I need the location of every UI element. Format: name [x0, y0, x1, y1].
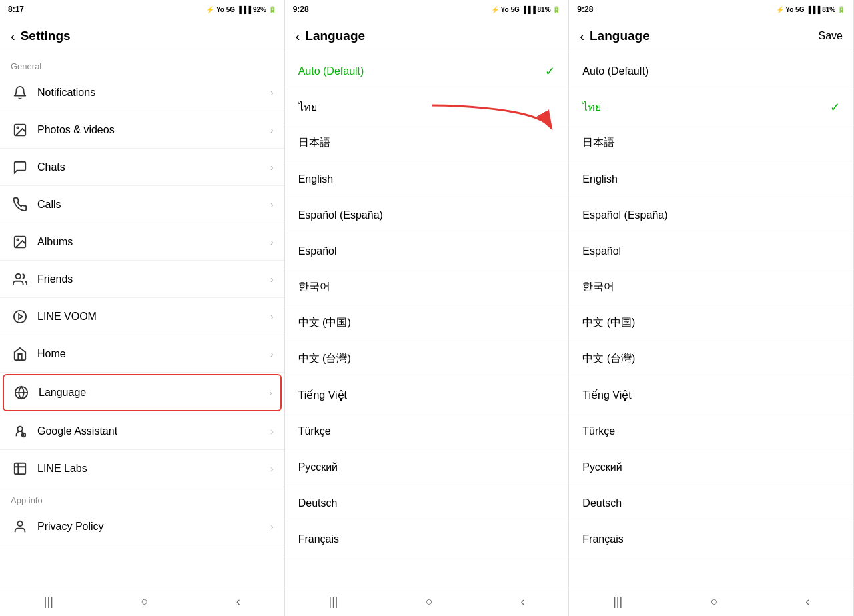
lang-item-german-after[interactable]: Deutsch — [569, 485, 853, 521]
svg-point-11 — [17, 521, 22, 525]
lang-item-espanol-espana-after[interactable]: Español (España) — [569, 197, 853, 233]
notification-icon — [11, 83, 29, 102]
lang-item-vietnamese-after[interactable]: Tiếng Việt — [569, 377, 853, 413]
lang-name-auto: Auto (Default) — [298, 65, 364, 77]
lang-item-english[interactable]: English — [285, 161, 569, 197]
status-bar-lang2: 9:28 ⚡ Yo 5G ▐▐▐ 81% 🔋 — [569, 0, 853, 19]
language-nav-bar-after: ‹ Language Save — [569, 19, 853, 53]
back-nav-icon-settings[interactable]: ‹ — [236, 595, 240, 609]
svg-point-3 — [17, 239, 19, 241]
settings-item-notifications[interactable]: Notifications › — [0, 74, 284, 111]
lang-name-chinese-cn: 中文 (中国) — [298, 316, 351, 330]
back-icon-settings: ‹ — [11, 29, 15, 43]
lang-item-turkish-after[interactable]: Türkçe — [569, 413, 853, 449]
svg-point-4 — [16, 273, 21, 278]
lang-item-japanese[interactable]: 日本語 — [285, 125, 569, 161]
lang-name-korean-after: 한국어 — [582, 280, 614, 294]
settings-item-photos[interactable]: Photos & videos › — [0, 111, 284, 149]
lang-item-korean-after[interactable]: 한국어 — [569, 269, 853, 305]
lang-item-thai-after[interactable]: ไทย ✓ — [569, 89, 853, 125]
settings-panel: 8:17 ⚡ Yo 5G ▐▐▐ 92% 🔋 ‹ Settings Genera… — [0, 0, 285, 616]
settings-list: General Notifications › Photos & videos … — [0, 53, 284, 587]
language-panel-before: 9:28 ⚡ Yo 5G ▐▐▐ 81% 🔋 ‹ Language Auto (… — [285, 0, 570, 616]
settings-item-friends[interactable]: Friends › — [0, 261, 284, 298]
time-lang1: 9:28 — [293, 5, 309, 14]
lang-item-japanese-after[interactable]: 日本語 — [569, 125, 853, 161]
lang-item-german[interactable]: Deutsch — [285, 485, 569, 521]
status-icons-lang2: ⚡ Yo 5G ▐▐▐ 81% 🔋 — [776, 6, 845, 13]
home-label: Home — [37, 348, 270, 360]
privacy-icon — [11, 517, 29, 536]
menu-icon-settings[interactable]: ||| — [44, 595, 53, 609]
lang-name-chinese-cn-after: 中文 (中国) — [582, 316, 635, 330]
chevron-line-labs: › — [270, 463, 274, 474]
check-icon-auto: ✓ — [545, 64, 555, 79]
bottom-nav-lang2: ||| ○ ‹ — [569, 587, 853, 616]
lang-item-english-after[interactable]: English — [569, 161, 853, 197]
language-list-after: Auto (Default) ไทย ✓ 日本語 English Español… — [569, 53, 853, 587]
home-nav-icon-settings[interactable]: ○ — [141, 595, 148, 609]
settings-item-albums[interactable]: Albums › — [0, 223, 284, 261]
lang-item-french-after[interactable]: Français — [569, 521, 853, 557]
settings-item-line-labs[interactable]: LINE Labs › — [0, 450, 284, 487]
lang-item-auto[interactable]: Auto (Default) ✓ — [285, 53, 569, 89]
lang-item-chinese-cn[interactable]: 中文 (中国) — [285, 305, 569, 341]
bottom-nav-settings: ||| ○ ‹ — [0, 587, 284, 616]
status-icons-settings: ⚡ Yo 5G ▐▐▐ 92% 🔋 — [206, 6, 276, 13]
home-nav-icon-lang1[interactable]: ○ — [426, 595, 433, 609]
back-button-settings[interactable]: ‹ Settings — [11, 29, 71, 43]
language-panel-after: 9:28 ⚡ Yo 5G ▐▐▐ 81% 🔋 ‹ Language Save A… — [569, 0, 854, 616]
line-labs-icon — [11, 459, 29, 478]
notifications-label: Notifications — [37, 87, 270, 99]
lang-name-thai: ไทย — [298, 99, 317, 115]
lang-item-vietnamese[interactable]: Tiếng Việt — [285, 377, 569, 413]
settings-item-privacy[interactable]: Privacy Policy › — [0, 508, 284, 545]
settings-item-language[interactable]: Language › — [3, 374, 282, 411]
back-nav-icon-lang2[interactable]: ‹ — [805, 595, 809, 609]
chevron-photos: › — [270, 125, 274, 135]
lang-item-thai[interactable]: ไทย — [285, 89, 569, 125]
home-nav-icon-lang2[interactable]: ○ — [711, 595, 718, 609]
settings-item-home[interactable]: Home › — [0, 335, 284, 373]
lang-item-korean[interactable]: 한국어 — [285, 269, 569, 305]
menu-icon-lang2[interactable]: ||| — [613, 595, 622, 609]
lang-item-chinese-cn-after[interactable]: 中文 (中国) — [569, 305, 853, 341]
lang-item-chinese-tw-after[interactable]: 中文 (台灣) — [569, 341, 853, 377]
svg-marker-6 — [19, 314, 23, 319]
svg-point-5 — [14, 310, 26, 322]
albums-icon — [11, 233, 29, 251]
settings-item-chats[interactable]: Chats › — [0, 149, 284, 186]
save-button[interactable]: Save — [819, 30, 843, 42]
lang-name-turkish-after: Türkçe — [582, 425, 615, 437]
chevron-linevoom: › — [270, 311, 274, 322]
chevron-privacy: › — [270, 521, 274, 532]
lang-item-espanol-after[interactable]: Español — [569, 233, 853, 269]
lang-item-russian-after[interactable]: Русский — [569, 449, 853, 485]
lang-item-auto-after[interactable]: Auto (Default) — [569, 53, 853, 89]
lang-item-espanol-espana[interactable]: Español (España) — [285, 197, 569, 233]
lang-item-french[interactable]: Français — [285, 521, 569, 557]
time-lang2: 9:28 — [577, 5, 593, 14]
chevron-chats: › — [270, 162, 274, 173]
chevron-calls: › — [270, 199, 274, 210]
language-title-after: Language — [590, 29, 650, 43]
lang-item-espanol[interactable]: Español — [285, 233, 569, 269]
lang-name-espanol-after: Español — [582, 245, 621, 257]
settings-item-linevoom[interactable]: LINE VOOM › — [0, 298, 284, 335]
back-button-lang1[interactable]: ‹ Language — [296, 29, 365, 43]
settings-item-calls[interactable]: Calls › — [0, 186, 284, 223]
lang-name-vietnamese-after: Tiếng Việt — [582, 389, 631, 401]
lang-name-japanese: 日本語 — [298, 136, 330, 150]
back-button-lang2[interactable]: ‹ Language — [580, 29, 649, 43]
settings-title: Settings — [21, 29, 71, 43]
chats-label: Chats — [37, 161, 270, 173]
lang-name-russian-after: Русский — [582, 461, 622, 473]
lang-item-turkish[interactable]: Türkçe — [285, 413, 569, 449]
menu-icon-lang1[interactable]: ||| — [328, 595, 338, 609]
lang-item-chinese-tw[interactable]: 中文 (台灣) — [285, 341, 569, 377]
back-nav-icon-lang1[interactable]: ‹ — [521, 595, 525, 609]
lang-item-russian[interactable]: Русский — [285, 449, 569, 485]
settings-item-google-assistant[interactable]: Google Assistant › — [0, 413, 284, 450]
language-label: Language — [39, 387, 269, 399]
settings-nav-bar: ‹ Settings — [0, 19, 284, 53]
